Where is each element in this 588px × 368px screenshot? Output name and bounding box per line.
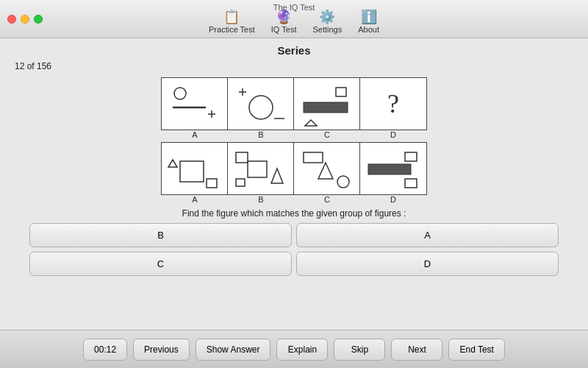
about-icon: ℹ️ [361, 10, 377, 24]
answer-svg-D [364, 146, 423, 191]
answer-svg-A [165, 146, 224, 191]
traffic-lights [7, 15, 43, 24]
answer-label-C: C [294, 195, 360, 204]
previous-button[interactable]: Previous [133, 339, 190, 361]
answer-cell-A [162, 143, 228, 194]
maximize-button[interactable] [34, 15, 43, 24]
minimize-button[interactable] [21, 15, 29, 24]
svg-rect-9 [304, 102, 348, 113]
answer-cell-D [360, 143, 426, 194]
tab-iq[interactable]: 🔮 IQ Test [265, 9, 303, 35]
top-figures-row: ? [161, 77, 427, 130]
choices-grid: B A C D [15, 223, 573, 276]
tab-iq-label: IQ Test [271, 25, 297, 34]
answer-svg-B [232, 146, 290, 191]
tab-about-label: About [358, 25, 379, 34]
answer-label-D: D [360, 195, 426, 204]
svg-rect-14 [207, 179, 217, 188]
bottom-figures-row [161, 142, 427, 195]
svg-rect-23 [368, 164, 411, 174]
tab-about[interactable]: ℹ️ About [352, 9, 385, 35]
show-answer-button[interactable]: Show Answer [196, 339, 271, 361]
explain-button[interactable]: Explain [276, 339, 328, 361]
svg-rect-19 [304, 152, 323, 163]
label-D: D [360, 130, 426, 139]
figure-svg-C [298, 82, 356, 126]
tab-settings-label: Settings [312, 25, 342, 34]
main-content: Series 12 of 156 [0, 38, 588, 288]
figure-cell-D: ? [360, 78, 426, 130]
svg-marker-10 [305, 120, 317, 126]
title-bar: The IQ Test 📋 Practice Test 🔮 IQ Test ⚙️… [0, 0, 588, 38]
tab-practice[interactable]: 📋 Practice Test [203, 9, 261, 35]
svg-rect-16 [248, 161, 267, 177]
next-button[interactable]: Next [391, 339, 442, 361]
window-title: The IQ Test [273, 3, 315, 12]
answer-cell-C [294, 143, 360, 194]
label-A: A [162, 130, 228, 139]
figure-cell-C [294, 78, 360, 130]
svg-point-6 [249, 96, 273, 119]
bottom-labels-row: A B C D [162, 195, 426, 204]
svg-point-0 [174, 88, 186, 99]
answer-svg-C [298, 146, 356, 191]
svg-rect-18 [236, 179, 245, 186]
svg-rect-13 [180, 161, 204, 182]
svg-rect-25 [405, 179, 417, 188]
tab-practice-label: Practice Test [209, 25, 255, 34]
svg-text:?: ? [387, 89, 399, 118]
bottom-bar: 00:12 Previous Show Answer Explain Skip … [0, 330, 588, 368]
svg-marker-21 [318, 163, 333, 179]
figure-cell-A [162, 78, 228, 130]
label-C: C [294, 130, 360, 139]
figure-svg-D: ? [364, 82, 423, 126]
choice-D[interactable]: D [296, 252, 559, 276]
svg-rect-8 [336, 88, 346, 96]
figure-svg-A [165, 82, 224, 126]
svg-marker-12 [168, 160, 177, 167]
settings-icon: ⚙️ [319, 10, 335, 24]
bottom-figures-block: A B C D [161, 142, 427, 204]
skip-button[interactable]: Skip [334, 339, 385, 361]
question-counter: 12 of 156 [15, 61, 573, 71]
top-figures-block: ? A B C D [161, 77, 427, 139]
choice-A[interactable]: A [296, 223, 559, 247]
answer-cell-B [228, 143, 294, 194]
svg-point-22 [337, 176, 349, 188]
tab-settings[interactable]: ⚙️ Settings [306, 9, 348, 35]
top-labels-row: A B C D [162, 130, 426, 139]
end-test-button[interactable]: End Test [448, 339, 504, 361]
choice-C[interactable]: C [29, 252, 292, 276]
iq-icon: 🔮 [276, 10, 292, 24]
svg-marker-17 [271, 169, 283, 183]
timer-display: 00:12 [83, 339, 127, 361]
svg-rect-15 [236, 152, 248, 163]
choice-B[interactable]: B [29, 223, 292, 247]
svg-rect-24 [405, 152, 417, 161]
section-title: Series [15, 44, 573, 57]
close-button[interactable] [7, 15, 16, 24]
nav-tabs: 📋 Practice Test 🔮 IQ Test ⚙️ Settings ℹ️… [203, 9, 385, 35]
figures-container: ? A B C D [15, 77, 573, 204]
practice-icon: 📋 [223, 10, 240, 24]
answer-label-A: A [162, 195, 228, 204]
label-B: B [228, 130, 294, 139]
figure-svg-B [232, 82, 290, 126]
question-text: Find the figure which matches the given … [15, 208, 573, 219]
answer-label-B: B [228, 195, 294, 204]
figure-cell-B [228, 78, 294, 130]
